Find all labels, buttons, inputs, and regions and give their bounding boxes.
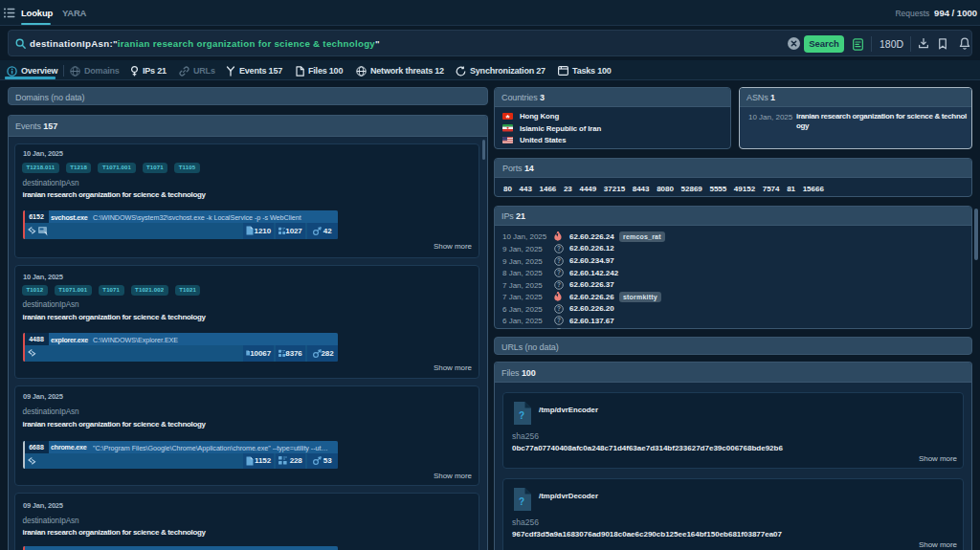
svg-text:?: ? [557, 317, 561, 323]
svg-text:?: ? [557, 245, 561, 252]
svg-text:?: ? [557, 257, 561, 264]
svg-text:?: ? [557, 305, 561, 312]
svg-text:?: ? [557, 269, 561, 275]
svg-text:?: ? [519, 410, 524, 421]
svg-text:?: ? [519, 496, 524, 507]
svg-text:?: ? [557, 281, 561, 288]
